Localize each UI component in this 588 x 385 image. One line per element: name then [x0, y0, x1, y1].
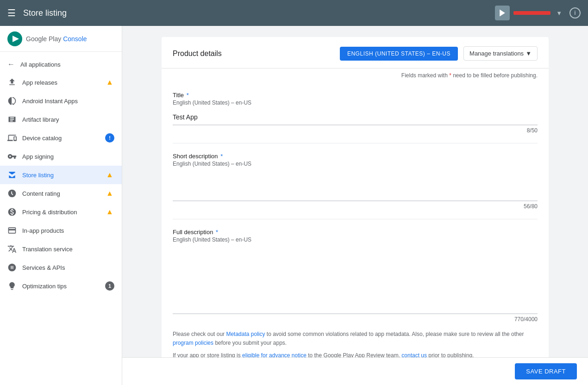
- sidebar-item-pricing-distribution[interactable]: Pricing & distribution ▲: [0, 203, 122, 221]
- short-desc-counter: 56/80: [173, 203, 538, 210]
- full-desc-sublabel: English (United States) – en-US: [173, 236, 538, 243]
- policy-note-1: Please check out our Metadata policy to …: [173, 330, 538, 348]
- back-arrow-icon: ←: [7, 60, 15, 68]
- pricing-badge: ▲: [105, 207, 114, 217]
- app-icon: [498, 8, 507, 18]
- section-header: Product details ENGLISH (UNITED STATES) …: [162, 37, 549, 68]
- sidebar-item-app-signing[interactable]: App signing: [0, 147, 122, 166]
- section-header-right: ENGLISH (UNITED STATES) – EN-US Manage t…: [340, 46, 538, 61]
- dropdown-arrow-icon: ▼: [525, 50, 532, 57]
- title-label: Title *: [173, 92, 189, 99]
- app-releases-icon: [7, 78, 17, 87]
- sidebar-item-optimization-tips[interactable]: Optimization tips 1: [0, 277, 122, 295]
- top-header: ☰ Store listing ▼ i: [0, 0, 588, 26]
- full-desc-label-row: Full description * English (United State…: [173, 229, 538, 243]
- content-area: Product details ENGLISH (UNITED STATES) …: [147, 26, 563, 385]
- sidebar-logo: Google Play Console: [7, 31, 87, 46]
- sidebar-item-artifact-library[interactable]: Artifact library: [0, 110, 122, 129]
- fields-note: Fields marked with * need to be filled b…: [162, 68, 549, 82]
- hamburger-icon[interactable]: ☰: [7, 7, 16, 19]
- sidebar-item-label: Translation service: [22, 246, 114, 253]
- sidebar-item-label: App releases: [22, 79, 100, 86]
- policy-notes: Please check out our Metadata policy to …: [173, 330, 538, 360]
- sidebar: Google Play Console ← All applications A…: [0, 26, 122, 385]
- title-label-row: Title * English (United States) – en-US: [173, 92, 538, 106]
- sidebar-item-android-instant-apps[interactable]: Android Instant Apps: [0, 92, 122, 110]
- app-icon-box: [495, 6, 510, 20]
- program-policies-link[interactable]: program policies: [173, 340, 213, 346]
- short-description-input[interactable]: [173, 171, 538, 201]
- optimization-tips-badge: 1: [105, 281, 114, 291]
- main-content: Product details ENGLISH (UNITED STATES) …: [122, 26, 588, 385]
- sidebar-item-label: Services & APIs: [22, 264, 114, 271]
- title-counter: 8/50: [173, 127, 538, 134]
- sidebar-item-label: Optimization tips: [22, 283, 100, 290]
- main-layout: Google Play Console ← All applications A…: [0, 26, 588, 385]
- content-rating-icon: [7, 189, 17, 198]
- sidebar-item-label: App signing: [22, 153, 114, 160]
- sidebar-item-label: Android Instant Apps: [22, 98, 114, 105]
- services-apis-icon: [7, 263, 17, 272]
- sidebar-item-label: Pricing & distribution: [22, 209, 100, 216]
- sidebar-item-store-listing[interactable]: Store listing ▲: [0, 166, 122, 184]
- full-description-field: Full description * English (United State…: [173, 219, 538, 373]
- content-rating-badge: ▲: [105, 189, 114, 198]
- back-label: All applications: [20, 61, 61, 68]
- sidebar-item-label: Artifact library: [22, 116, 114, 123]
- store-listing-badge: ▲: [105, 170, 114, 180]
- sidebar-header: Google Play Console: [0, 26, 122, 52]
- save-draft-bar: SAVE DRAFT: [122, 357, 588, 385]
- manage-translations-button[interactable]: Manage translations ▼: [463, 46, 538, 61]
- sidebar-item-label: In-app products: [22, 227, 114, 234]
- language-button[interactable]: ENGLISH (UNITED STATES) – EN-US: [340, 47, 458, 61]
- sidebar-back-button[interactable]: ← All applications: [0, 56, 122, 73]
- full-description-input[interactable]: [173, 247, 538, 314]
- app-signing-icon: [7, 152, 17, 161]
- logo-text: Google Play Console: [26, 35, 87, 43]
- store-listing-icon: [7, 170, 17, 180]
- pricing-distribution-icon: [7, 207, 17, 217]
- short-desc-label-row: Short description * English (United Stat…: [173, 153, 538, 167]
- sidebar-item-device-catalog[interactable]: Device catalog !: [0, 129, 122, 147]
- device-catalog-badge: !: [105, 133, 114, 143]
- full-desc-label: Full description *: [173, 229, 218, 236]
- sidebar-item-content-rating[interactable]: Content rating ▲: [0, 184, 122, 203]
- header-right: ▼ i: [495, 6, 581, 20]
- translation-service-icon: [7, 244, 17, 254]
- section-body: Title * English (United States) – en-US …: [162, 82, 549, 385]
- title-input[interactable]: [173, 110, 538, 125]
- optimization-tips-icon: [7, 281, 17, 291]
- play-logo-icon: [7, 31, 22, 46]
- sidebar-item-label: Device catalog: [22, 135, 100, 142]
- info-icon[interactable]: i: [569, 7, 581, 19]
- sidebar-nav: ← All applications App releases ▲ Androi…: [0, 52, 122, 299]
- full-desc-input-area: 770/4000: [173, 247, 538, 323]
- sidebar-item-in-app-products[interactable]: In-app products: [0, 221, 122, 240]
- save-draft-button[interactable]: SAVE DRAFT: [515, 363, 577, 379]
- artifact-library-icon: [7, 115, 17, 124]
- title-sublabel: English (United States) – en-US: [173, 99, 538, 106]
- sidebar-item-services-apis[interactable]: Services & APIs: [0, 258, 122, 277]
- in-app-products-icon: [7, 226, 17, 235]
- sidebar-item-app-releases[interactable]: App releases ▲: [0, 73, 122, 92]
- short-desc-sublabel: English (United States) – en-US: [173, 161, 538, 167]
- sidebar-item-label: Content rating: [22, 190, 100, 197]
- android-instant-apps-icon: [7, 96, 17, 106]
- full-desc-counter: 770/4000: [173, 316, 538, 323]
- short-description-field: Short description * English (United Stat…: [173, 143, 538, 219]
- short-desc-input-area: 56/80: [173, 171, 538, 210]
- section-title: Product details: [173, 50, 222, 58]
- product-details-section: Product details ENGLISH (UNITED STATES) …: [162, 37, 549, 385]
- device-catalog-icon: [7, 133, 17, 143]
- app-name-box[interactable]: [513, 11, 550, 15]
- title-input-area: 8/50: [173, 110, 538, 134]
- short-desc-label: Short description *: [173, 153, 223, 160]
- metadata-policy-link[interactable]: Metadata policy: [226, 331, 265, 337]
- app-dropdown-arrow[interactable]: ▼: [556, 10, 562, 17]
- sidebar-item-label: Store listing: [22, 172, 100, 179]
- page-title: Store listing: [23, 8, 495, 18]
- title-field: Title * English (United States) – en-US …: [173, 82, 538, 143]
- sidebar-item-translation-service[interactable]: Translation service: [0, 240, 122, 258]
- app-releases-badge: ▲: [105, 78, 114, 87]
